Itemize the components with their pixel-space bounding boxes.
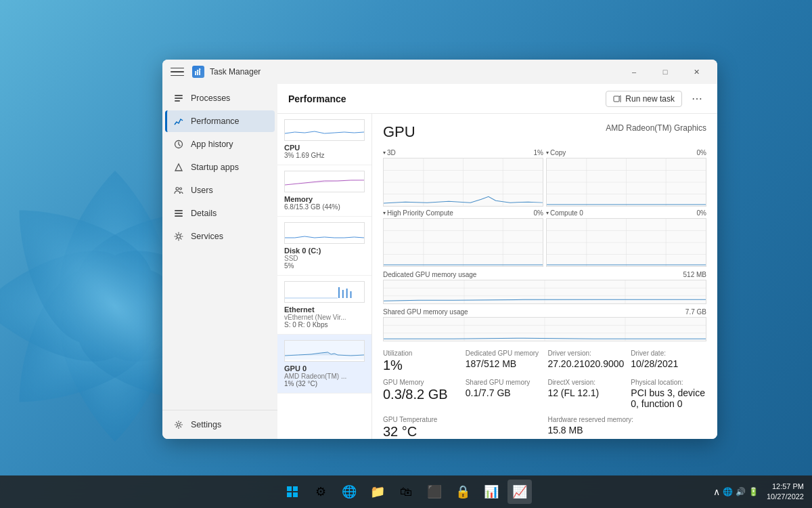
window-body: Processes Performance App history bbox=[162, 84, 717, 439]
tray-network-icon[interactable]: 🌐 bbox=[723, 487, 733, 496]
content-header: Performance Run new task ⋯ bbox=[277, 84, 717, 114]
compute-pct: 0% bbox=[697, 209, 706, 217]
titlebar-left: Task Manager bbox=[168, 62, 261, 81]
sidebar-item-services[interactable]: Services bbox=[165, 226, 275, 247]
memory-thumbnail bbox=[284, 171, 365, 192]
shared-mem-label-row: Shared GPU memory usage 7.7 GB bbox=[383, 308, 706, 316]
taskbar-explorer-button[interactable]: 📁 bbox=[365, 480, 390, 504]
device-list: CPU 3% 1.69 GHz Memory 6.8/15.3 GB (44%) bbox=[277, 114, 372, 439]
tray-sound-icon[interactable]: 🔊 bbox=[736, 487, 746, 496]
tray-battery-icon[interactable]: 🔋 bbox=[748, 487, 759, 496]
sidebar-item-processes[interactable]: Processes bbox=[165, 87, 275, 109]
device-item-ethernet[interactable]: Ethernet vEthernet (New Vir... S: 0 R: 0… bbox=[277, 276, 371, 335]
shared-mem-label: Shared GPU memory usage bbox=[383, 308, 468, 316]
taskbar-store-button[interactable]: 🛍 bbox=[394, 480, 418, 504]
dedicated-mem-label: Dedicated GPU memory usage bbox=[383, 271, 476, 278]
maximize-button[interactable]: □ bbox=[650, 60, 681, 84]
svg-rect-4 bbox=[175, 98, 183, 99]
settings-label: Settings bbox=[191, 420, 221, 429]
phys-loc-stat: Physical location: PCI bus 3, device 0, … bbox=[631, 379, 706, 409]
taskbar-taskmanager-active-button[interactable]: 📈 bbox=[508, 480, 532, 504]
run-new-task-button[interactable]: Run new task bbox=[606, 91, 682, 107]
device-item-cpu[interactable]: CPU 3% 1.69 GHz bbox=[277, 114, 371, 165]
taskbar-terminal-button[interactable]: ⬛ bbox=[422, 480, 447, 504]
system-tray-icons: ∧ 🌐 🔊 🔋 bbox=[708, 486, 764, 497]
3d-label: ▾ 3D bbox=[383, 149, 396, 156]
users-label: Users bbox=[191, 186, 213, 195]
device-item-gpu[interactable]: GPU 0 AMD Radeon(TM) ... 1% (32 °C) bbox=[277, 335, 371, 394]
more-options-button[interactable]: ⋯ bbox=[687, 89, 706, 108]
3d-pct: 1% bbox=[534, 149, 543, 156]
hpc-pct: 0% bbox=[534, 209, 543, 217]
compute-graph-label-row: ▾ Compute 0 0% bbox=[546, 209, 706, 217]
taskbar-edge-button[interactable]: 🌐 bbox=[337, 480, 361, 504]
gpu-header: GPU AMD Radeon(TM) Graphics bbox=[383, 123, 706, 141]
dedicated-mem-stat-value: 187/512 MB bbox=[466, 358, 541, 369]
compute-graph bbox=[546, 218, 706, 267]
disk-thumbnail bbox=[284, 222, 365, 244]
processes-icon bbox=[173, 93, 184, 104]
svg-rect-1 bbox=[197, 70, 198, 75]
services-icon bbox=[173, 231, 184, 242]
hamburger-line-3 bbox=[171, 75, 184, 77]
utilization-stat: Utilization 1% bbox=[383, 350, 459, 372]
performance-icon bbox=[173, 116, 184, 127]
driver-date-value: 10/28/2021 bbox=[631, 358, 706, 369]
taskbar-feedback-button[interactable]: 📊 bbox=[479, 480, 503, 504]
cpu-value: 3% 1.69 GHz bbox=[284, 152, 365, 159]
svg-rect-15 bbox=[614, 96, 619, 102]
device-item-disk[interactable]: Disk 0 (C:) SSD 5% bbox=[277, 217, 371, 276]
sidebar-item-app-history[interactable]: App history bbox=[165, 133, 275, 155]
ethernet-name: Ethernet bbox=[284, 305, 365, 314]
titlebar-controls: – □ ✕ bbox=[618, 60, 712, 84]
shared-gpu-mem-value: 0.1/7.7 GB bbox=[466, 387, 541, 398]
task-manager-window: Task Manager – □ ✕ Processes bbox=[162, 60, 717, 439]
hpc-graph bbox=[383, 218, 543, 267]
utilization-label: Utilization bbox=[383, 350, 459, 357]
taskbar-clock[interactable]: 12:57 PM 10/27/2022 bbox=[767, 482, 804, 503]
details-icon bbox=[173, 208, 184, 219]
dedicated-mem-stat-label: Dedicated GPU memory bbox=[466, 350, 541, 357]
sidebar-item-details[interactable]: Details bbox=[165, 203, 275, 224]
driver-version-value: 27.20.21020.9000 bbox=[547, 358, 624, 369]
gpu-name: GPU 0 bbox=[284, 364, 365, 373]
svg-point-13 bbox=[177, 235, 181, 238]
sidebar-item-users[interactable]: Users bbox=[165, 179, 275, 201]
hamburger-line-1 bbox=[171, 68, 184, 69]
gpu-sub: AMD Radeon(TM) ... bbox=[284, 373, 365, 380]
sidebar-item-settings[interactable]: Settings bbox=[165, 414, 275, 436]
settings-icon bbox=[173, 419, 184, 430]
app-history-label: App history bbox=[191, 140, 233, 149]
tray-up-arrow[interactable]: ∧ bbox=[713, 486, 720, 497]
dedicated-mem-stat: Dedicated GPU memory 187/512 MB bbox=[466, 350, 541, 372]
shared-mem-graph bbox=[383, 317, 706, 341]
dedicated-mem-label-row: Dedicated GPU memory usage 512 MB bbox=[383, 271, 706, 278]
utilization-value: 1% bbox=[383, 358, 459, 372]
sidebar-item-performance[interactable]: Performance bbox=[165, 110, 275, 132]
taskbar: ⚙ 🌐 📁 🛍 ⬛ 🔒 📊 📈 ∧ 🌐 🔊 🔋 12:57 PM 10/27/2… bbox=[0, 475, 812, 508]
header-actions: Run new task ⋯ bbox=[606, 89, 706, 108]
clock-date: 10/27/2022 bbox=[767, 492, 804, 502]
window-title: Task Manager bbox=[210, 67, 261, 77]
taskbar-security-button[interactable]: 🔒 bbox=[451, 480, 475, 504]
gpu-temp-label: GPU Temperature bbox=[383, 416, 459, 423]
disk-sub: SSD bbox=[284, 255, 365, 262]
device-item-memory[interactable]: Memory 6.8/15.3 GB (44%) bbox=[277, 165, 371, 217]
taskbar-start-button[interactable] bbox=[280, 480, 304, 504]
svg-rect-10 bbox=[175, 210, 183, 211]
ethernet-thumbnail bbox=[284, 281, 365, 303]
minimize-button[interactable]: – bbox=[618, 60, 650, 84]
svg-rect-60 bbox=[287, 486, 292, 491]
copy-pct: 0% bbox=[697, 149, 706, 156]
svg-rect-25 bbox=[285, 341, 364, 360]
close-button[interactable]: ✕ bbox=[681, 60, 712, 84]
hamburger-button[interactable] bbox=[168, 62, 187, 81]
taskbar-settings-button[interactable]: ⚙ bbox=[309, 480, 333, 504]
3d-graph-label-row: ▾ 3D 1% bbox=[383, 149, 543, 156]
dedicated-mem-graph bbox=[383, 280, 706, 304]
sidebar-item-startup-apps[interactable]: Startup apps bbox=[165, 156, 275, 178]
hpc-graph-label-row: ▾ High Priority Compute 0% bbox=[383, 209, 543, 217]
gpu-value: 1% (32 °C) bbox=[284, 380, 365, 387]
gpu-detail-panel: GPU AMD Radeon(TM) Graphics ▾ 3D 1% bbox=[372, 114, 717, 439]
svg-rect-11 bbox=[175, 213, 183, 214]
